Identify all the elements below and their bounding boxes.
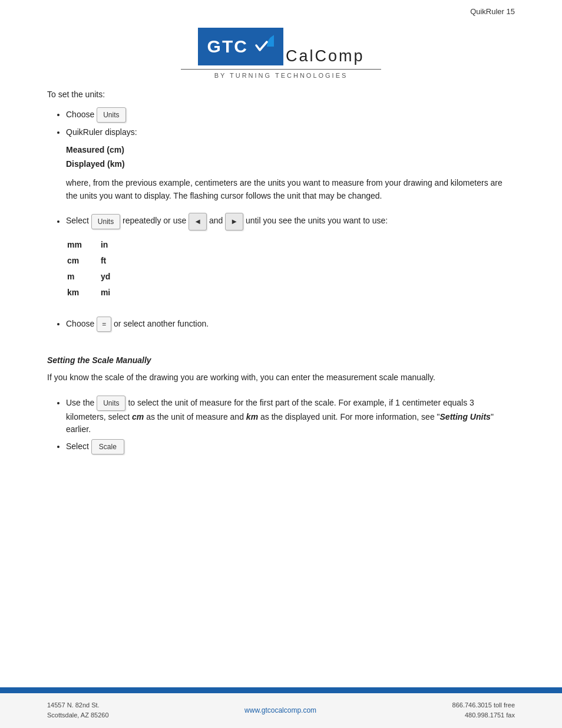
gtco-block: GTC <box>198 28 283 65</box>
units-button-1[interactable]: Units <box>97 107 125 123</box>
choose-prefix: Choose <box>66 110 97 119</box>
until-text: until you see the units you want to use: <box>246 216 388 226</box>
footer: 14557 N. 82nd St. Scottsdale, AZ 85260 w… <box>0 691 562 728</box>
calcomp-text-row: Cal Comp <box>286 47 365 65</box>
bullet-select-scale: Select Scale <box>66 439 515 454</box>
main-content: GTC Cal Comp <box>0 16 562 581</box>
footer-fax-row: 480.998.1751 fax <box>452 710 515 721</box>
footer-fax: 480.998.1751 <box>465 711 504 719</box>
cal-text: Cal <box>286 47 315 65</box>
footer-toll-free: toll free <box>494 701 515 709</box>
select-scale-prefix: Select <box>66 442 91 451</box>
logo-divider <box>181 69 381 70</box>
unit-ft: ft <box>101 253 128 268</box>
use-units-suffix: to select the unit of measure for the fi… <box>66 398 494 434</box>
choose-enter-suffix: or select another function. <box>114 319 209 328</box>
bullet-select-units: Select Units repeatedly or use ◄ and ► u… <box>66 213 515 301</box>
units-row-4: km mi <box>67 285 128 300</box>
bullet-list-1: Choose Units QuikRuler displays: Measure… <box>66 107 515 202</box>
use-the-text: Use the <box>66 398 97 407</box>
logo-c-icon <box>248 34 274 60</box>
section-scale-heading: Setting the Scale Manually <box>47 355 515 365</box>
unit-mi: mi <box>101 285 128 300</box>
logo-tagline: by TURNING technologies <box>214 72 348 79</box>
page-label: QuikRuler 15 <box>470 7 515 16</box>
bullet-choose-enter: Choose = or select another function. <box>66 317 515 332</box>
page-header: QuikRuler 15 <box>0 0 562 16</box>
scale-button[interactable]: Scale <box>91 439 124 454</box>
page-wrapper: QuikRuler 15 GTC <box>0 0 562 728</box>
units-table-container: mm in cm ft m yd <box>66 236 515 301</box>
displayed-label: Displayed (km) <box>66 157 515 172</box>
unit-m: m <box>67 269 100 284</box>
footer-address-line1: 14557 N. 82nd St. <box>47 700 109 711</box>
units-row-2: cm ft <box>67 253 128 268</box>
footer-contact: 866.746.3015 toll free 480.998.1751 fax <box>452 700 515 721</box>
footer-address: 14557 N. 82nd St. Scottsdale, AZ 85260 <box>47 700 109 721</box>
intro-text: To set the units: <box>47 90 515 99</box>
bullet-quikruler-displays: QuikRuler displays: Measured (cm) Displa… <box>66 126 515 202</box>
bullet-list-scale: Use the Units to select the unit of meas… <box>66 396 515 454</box>
and-text: and <box>209 216 225 226</box>
unit-cm: cm <box>67 253 100 268</box>
footer-website: www.gtcocalcomp.com <box>244 706 316 714</box>
right-arrow-button[interactable]: ► <box>225 213 243 230</box>
footer-phone: 866.746.3015 <box>452 701 492 709</box>
select-prefix: Select <box>66 216 91 226</box>
repeatedly-text: repeatedly or use <box>123 216 189 226</box>
bullet-list-2: Select Units repeatedly or use ◄ and ► u… <box>66 213 515 301</box>
units-button-2[interactable]: Units <box>91 214 120 229</box>
units-row-1: mm in <box>67 238 128 252</box>
units-button-3[interactable]: Units <box>97 396 125 411</box>
unit-mm: mm <box>67 238 100 252</box>
bullet-list-3: Choose = or select another function. <box>66 317 515 332</box>
units-row-3: m yd <box>67 269 128 284</box>
scale-body-text: If you know the scale of the drawing you… <box>47 371 515 384</box>
measured-display-box: Measured (cm) Displayed (km) <box>66 143 515 172</box>
calcomp-area: Cal Comp <box>283 28 365 65</box>
where-text: where, from the previous example, centim… <box>66 176 515 203</box>
footer-address-line2: Scottsdale, AZ 85260 <box>47 710 109 721</box>
logo-top: GTC Cal Comp <box>198 28 365 65</box>
comp-text: Comp <box>315 47 364 65</box>
bullet-use-units: Use the Units to select the unit of meas… <box>66 396 515 436</box>
unit-yd: yd <box>101 269 128 284</box>
bullet-choose-units: Choose Units <box>66 107 515 123</box>
choose-enter-prefix: Choose <box>66 319 97 328</box>
quikruler-displays-text: QuikRuler displays: <box>66 127 137 137</box>
left-arrow-button[interactable]: ◄ <box>189 213 207 230</box>
footer-phone-row: 866.746.3015 toll free <box>452 700 515 711</box>
footer-fax-word: fax <box>506 711 515 719</box>
unit-in: in <box>101 238 128 252</box>
gtco-text: GTC <box>207 37 248 57</box>
enter-button[interactable]: = <box>97 317 111 332</box>
units-table: mm in cm ft m yd <box>66 236 129 301</box>
unit-km: km <box>67 285 100 300</box>
measured-label: Measured (cm) <box>66 143 515 157</box>
logo-area: GTC Cal Comp <box>47 28 515 79</box>
